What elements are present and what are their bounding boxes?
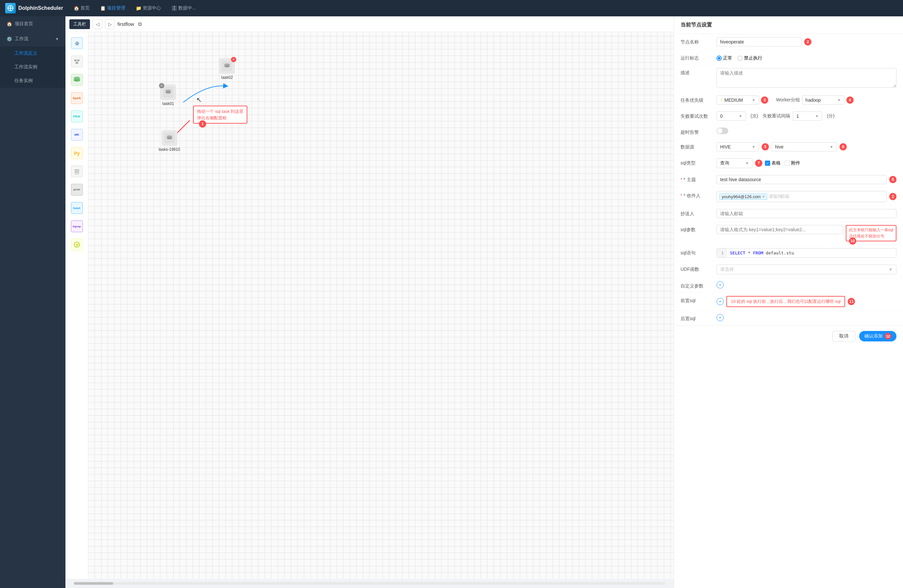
form-row-pre-sql: 前置sql ＋ 10 处的 sql 执行前，执行后，我们也可以配置运行哪些 sq…: [674, 293, 903, 311]
receiver-tag-youhy: youhy964@126.com ✕: [719, 193, 767, 200]
tool-dependent[interactable]: [68, 163, 85, 180]
sidebar-item-workflow-instance[interactable]: 工作流实例: [0, 60, 65, 74]
form-row-priority: 任务优先级 ↑ MEDIUM ▼ 3 Worker分组 hadoop: [674, 92, 903, 108]
post-sql-add-button[interactable]: ＋: [716, 314, 724, 321]
svg-rect-20: [75, 173, 79, 175]
cc-input[interactable]: [716, 209, 897, 218]
canvas-connections: [88, 32, 674, 579]
form-row-fail-retry: 失败重试次数 0 ▼ (次) 失败重试间隔 1 ▼ (分): [674, 108, 903, 124]
udf-select[interactable]: 请选择 ▼: [716, 264, 897, 274]
tool-http[interactable]: HTTP: [68, 181, 85, 198]
tasks19910-label: tasks-19910: [159, 147, 180, 152]
worker-badge: 4: [846, 96, 854, 104]
tool-mr[interactable]: MR: [68, 126, 85, 143]
tool-sql[interactable]: [68, 71, 85, 88]
priority-badge: 3: [761, 96, 768, 104]
run-flag-normal[interactable]: 正常: [716, 55, 732, 61]
workflow-area: 工具栏 ◁ ▷ firstflow ⧉ ⚙️: [65, 16, 674, 588]
topic-label: * 主题: [681, 175, 716, 183]
toggle-knob: [717, 128, 722, 134]
nav-data[interactable]: 🗄️ 数据中...: [171, 5, 196, 11]
datasource-type-select[interactable]: HIVE ▼: [716, 142, 759, 151]
svg-rect-8: [76, 62, 78, 64]
back-button[interactable]: ◁: [93, 19, 102, 29]
desc-textarea[interactable]: [716, 68, 897, 88]
check-table[interactable]: ✓ 表格: [765, 160, 780, 166]
priority-select[interactable]: ↑ MEDIUM ▼: [716, 96, 759, 105]
confirm-button[interactable]: 确认添加 12: [859, 331, 897, 341]
logo: DolphinScheduler: [5, 3, 63, 13]
forward-button[interactable]: ▷: [105, 19, 115, 29]
run-flag-label: 运行标志: [681, 53, 716, 61]
topic-badge: 8: [889, 176, 897, 183]
scrollbar-thumb[interactable]: [74, 582, 113, 585]
custom-params-add-button[interactable]: ＋: [716, 281, 724, 288]
nav-project[interactable]: 📋 项目管理: [100, 5, 125, 11]
svg-rect-7: [77, 60, 80, 61]
sql-sentence-label: sql语句: [681, 248, 716, 256]
tool-sub-workflow[interactable]: [68, 53, 85, 70]
node-name-input[interactable]: [716, 37, 802, 46]
copy-button[interactable]: ⧉: [138, 21, 142, 27]
timeout-toggle[interactable]: [716, 127, 728, 134]
logo-icon: [5, 3, 16, 13]
tag-close-icon[interactable]: ✕: [762, 195, 765, 199]
pre-sql-add-button[interactable]: ＋: [716, 298, 724, 305]
canvas-scrollbar[interactable]: [74, 582, 665, 585]
form-row-post-sql: 后置sql ＋: [674, 311, 903, 325]
topic-input[interactable]: [716, 175, 887, 184]
nav-resource[interactable]: 📁 资源中心: [136, 5, 161, 11]
tool-python[interactable]: Py: [68, 145, 85, 162]
tool-sqoop[interactable]: Sqoop: [68, 218, 85, 235]
svg-rect-5: [72, 57, 82, 66]
udf-chevron-icon: ▼: [888, 267, 893, 272]
cancel-button[interactable]: 取消: [832, 331, 855, 341]
sidebar: 🏠 项目首页 ⚙️ 工作流 ▼ 工作流定义 工作流实例 任务实例: [0, 16, 65, 588]
form-row-custom-params: 自定义参数 ＋: [674, 278, 903, 293]
sidebar-item-workflow[interactable]: ⚙️ 工作流 ▼: [0, 31, 65, 46]
pre-sql-label: 前置sql: [681, 296, 716, 304]
fail-interval-label: 失败重试间隔: [763, 113, 790, 119]
nav-home[interactable]: 🏠 首页: [74, 5, 90, 11]
tool-flink[interactable]: Flink: [68, 108, 85, 125]
panel-header: 当前节点设置: [674, 16, 903, 34]
svg-point-35: [167, 137, 172, 139]
sql-params-input[interactable]: [716, 225, 843, 234]
form-row-sql-params: sql参数 此文本框只能输入一条sql且结尾处不能加分号 10: [674, 222, 903, 245]
tool-shell[interactable]: ⚙️: [68, 35, 85, 52]
sql-type-select[interactable]: 查询 ▼: [716, 158, 752, 168]
form-row-topic: * 主题 8: [674, 172, 903, 188]
sidebar-item-workflow-def[interactable]: 工作流定义: [0, 46, 65, 60]
tool-datax[interactable]: DataX: [68, 200, 85, 217]
wf-node-task02[interactable]: ✕ task02: [219, 58, 235, 80]
datasource-name-select[interactable]: hive ▼: [771, 142, 837, 151]
wf-node-task01[interactable]: ✕ task01: [160, 84, 176, 106]
wf-node-tasks19910[interactable]: tasks-19910: [159, 130, 180, 152]
worker-select[interactable]: hadoop ▼: [802, 96, 845, 105]
run-flag-disabled[interactable]: 禁止执行: [738, 55, 762, 61]
check-attachment[interactable]: 附件: [785, 160, 800, 166]
pre-sql-badge: 11: [848, 298, 855, 305]
sql-type-chevron: ▼: [745, 161, 749, 165]
form-row-node-name: 节点名称 2: [674, 34, 903, 50]
receiver-tag-input[interactable]: youhy964@126.com ✕ 请输9邮箱: [716, 191, 887, 202]
udf-label: UDF函数: [681, 264, 716, 272]
form-row-sql-type: sql类型 查询 ▼ 7 ✓ 表格 附件: [674, 155, 903, 172]
receiver-placeholder: 请输9邮箱: [769, 193, 790, 200]
sidebar-item-home[interactable]: 🏠 项目首页: [0, 16, 65, 31]
fail-retry-unit: (次): [749, 113, 760, 119]
sql-code-1[interactable]: SELECT * FROM default.stu: [727, 248, 797, 257]
canvas[interactable]: ✕ task01 ✕ task02: [88, 32, 674, 579]
content-area: 工具栏 ◁ ▷ firstflow ⧉ ⚙️: [65, 16, 903, 588]
datasource-name-chevron: ▼: [830, 145, 833, 149]
tool-conditions[interactable]: ⚡: [68, 236, 85, 253]
sql-params-tooltip: 此文本框只能输入一条sql且结尾处不能加分号 10: [846, 225, 897, 241]
fail-interval-select[interactable]: 1 ▼: [793, 112, 822, 121]
sidebar-item-task-instance[interactable]: 任务实例: [0, 74, 65, 88]
sql-editor[interactable]: 1 SELECT * FROM default.stu: [716, 248, 897, 258]
task02-label: task02: [221, 75, 233, 80]
fail-retry-select[interactable]: 0 ▼: [716, 112, 746, 121]
tool-spark[interactable]: Spark: [68, 90, 85, 107]
cc-label: 抄送人: [681, 209, 716, 217]
timeout-label: 超时告警: [681, 127, 716, 135]
